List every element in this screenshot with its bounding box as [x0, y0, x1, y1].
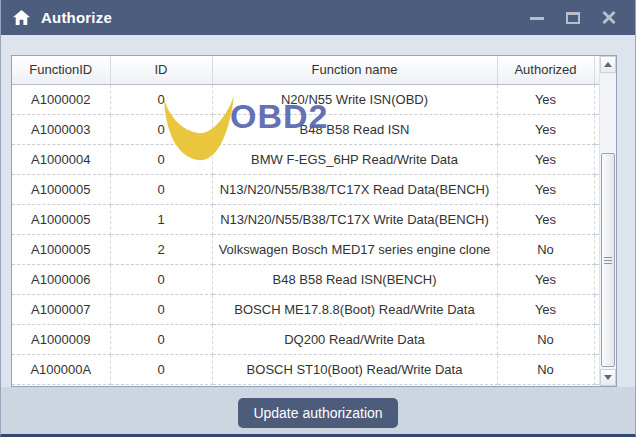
- cell-authorized: Yes: [497, 114, 594, 144]
- column-header-functionid[interactable]: FunctionID: [12, 56, 110, 84]
- footer-bar: Update authorization: [1, 387, 635, 434]
- column-header-id[interactable]: ID: [110, 56, 212, 84]
- table-row[interactable]: A1000004 0 BMW F-EGS_6HP Read/Write Data…: [12, 144, 599, 174]
- cell-id: 0: [110, 264, 212, 294]
- titlebar: Authorize: [1, 0, 635, 35]
- close-icon: [601, 10, 617, 26]
- cell-function-name: N20/N55 Write ISN(OBD): [212, 84, 497, 114]
- scrollbar-thumb[interactable]: [601, 153, 615, 367]
- cell-id: 0: [110, 324, 212, 354]
- cell-function-id: A1000005: [12, 174, 110, 204]
- arrow-up-icon: [604, 62, 612, 67]
- column-header-function-name[interactable]: Function name: [212, 56, 497, 84]
- table-body: A1000002 0 N20/N55 Write ISN(OBD) Yes A1…: [12, 84, 599, 384]
- table-header-row: FunctionID ID Function name Authorized: [12, 56, 599, 84]
- cell-function-id: A100000A: [12, 354, 110, 384]
- authorize-window: Authorize FunctionID ID Function nam: [0, 0, 636, 437]
- cell-function-id: A1000005: [12, 234, 110, 264]
- cell-authorized: Yes: [497, 264, 594, 294]
- cell-function-name: N13/N20/N55/B38/TC17X Read Data(BENCH): [212, 174, 497, 204]
- window-title: Authorize: [41, 9, 112, 26]
- home-icon: [13, 10, 30, 25]
- cell-authorized: No: [497, 234, 594, 264]
- update-authorization-button[interactable]: Update authorization: [238, 398, 398, 428]
- column-header-authorized[interactable]: Authorized: [497, 56, 594, 84]
- cell-authorized: Yes: [497, 294, 594, 324]
- cell-function-name: BOSCH ME17.8.8(Boot) Read/Write Data: [212, 294, 497, 324]
- cell-id: 0: [110, 144, 212, 174]
- cell-function-id: A1000009: [12, 324, 110, 354]
- cell-function-id: A1000007: [12, 294, 110, 324]
- cell-id: 0: [110, 354, 212, 384]
- table-row[interactable]: A1000003 0 B48 B58 Read ISN Yes: [12, 114, 599, 144]
- close-button[interactable]: [601, 10, 617, 26]
- table-row[interactable]: A1000005 1 N13/N20/N55/B38/TC17X Write D…: [12, 204, 599, 234]
- maximize-icon: [566, 12, 580, 24]
- cell-function-name: B48 B58 Read ISN: [212, 114, 497, 144]
- cell-function-name: BMW F-EGS_6HP Read/Write Data: [212, 144, 497, 174]
- scroll-up-button[interactable]: [600, 56, 616, 73]
- maximize-button[interactable]: [565, 10, 581, 26]
- content-area: FunctionID ID Function name Authorized A…: [1, 35, 635, 434]
- vertical-scrollbar[interactable]: [599, 56, 616, 386]
- arrow-down-icon: [604, 375, 612, 380]
- cell-id: 0: [110, 174, 212, 204]
- minimize-button[interactable]: [529, 10, 545, 26]
- cell-function-name: B48 B58 Read ISN(BENCH): [212, 264, 497, 294]
- table-row[interactable]: A1000002 0 N20/N55 Write ISN(OBD) Yes: [12, 84, 599, 114]
- cell-function-id: A1000005: [12, 204, 110, 234]
- cell-authorized: No: [497, 324, 594, 354]
- scroll-down-button[interactable]: [600, 369, 616, 386]
- table-row[interactable]: A1000005 2 Volkswagen Bosch MED17 series…: [12, 234, 599, 264]
- cell-id: 0: [110, 84, 212, 114]
- table-row[interactable]: A1000006 0 B48 B58 Read ISN(BENCH) Yes: [12, 264, 599, 294]
- cell-authorized: Yes: [497, 144, 594, 174]
- cell-id: 0: [110, 114, 212, 144]
- cell-id: 0: [110, 294, 212, 324]
- authorization-table: FunctionID ID Function name Authorized A…: [11, 55, 617, 387]
- cell-function-id: A1000004: [12, 144, 110, 174]
- cell-id: 1: [110, 204, 212, 234]
- minimize-icon: [530, 17, 544, 20]
- table-row[interactable]: A1000009 0 DQ200 Read/Write Data No: [12, 324, 599, 354]
- cell-function-name: DQ200 Read/Write Data: [212, 324, 497, 354]
- cell-function-id: A1000003: [12, 114, 110, 144]
- scrollbar-grip-icon: [604, 257, 612, 264]
- cell-function-name: Volkswagen Bosch MED17 series engine clo…: [212, 234, 497, 264]
- cell-authorized: Yes: [497, 204, 594, 234]
- table-row[interactable]: A1000007 0 BOSCH ME17.8.8(Boot) Read/Wri…: [12, 294, 599, 324]
- cell-id: 2: [110, 234, 212, 264]
- cell-function-id: A1000002: [12, 84, 110, 114]
- table-row[interactable]: A100000A 0 BOSCH ST10(Boot) Read/Write D…: [12, 354, 599, 384]
- cell-authorized: Yes: [497, 174, 594, 204]
- table-row[interactable]: A1000005 0 N13/N20/N55/B38/TC17X Read Da…: [12, 174, 599, 204]
- cell-function-id: A1000006: [12, 264, 110, 294]
- grid: FunctionID ID Function name Authorized A…: [12, 56, 599, 386]
- cell-authorized: Yes: [497, 84, 594, 114]
- cell-authorized: No: [497, 354, 594, 384]
- cell-function-name: BOSCH ST10(Boot) Read/Write Data: [212, 354, 497, 384]
- window-controls: [529, 10, 625, 26]
- cell-function-name: N13/N20/N55/B38/TC17X Write Data(BENCH): [212, 204, 497, 234]
